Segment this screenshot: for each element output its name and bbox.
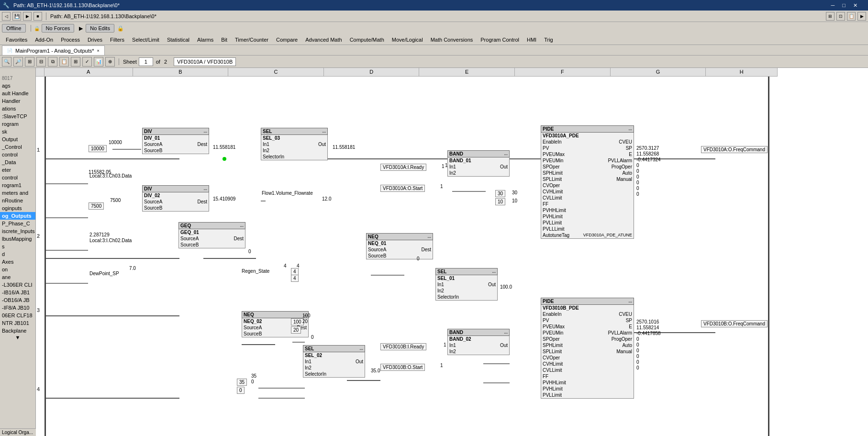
status-offline[interactable]: Offline — [2, 24, 26, 33]
back-button[interactable]: ◁ — [2, 12, 11, 21]
sidebar-item-nroutine[interactable]: nRoutine — [0, 197, 35, 204]
sidebar-item-d[interactable]: d — [0, 250, 35, 258]
sidebar-item-rogram[interactable]: rogram — [0, 120, 35, 128]
stop-button[interactable]: ■ — [33, 12, 42, 21]
scroll-down-btn[interactable]: ▼ — [0, 335, 35, 340]
sidebar-item-ags[interactable]: ags — [0, 82, 35, 89]
menu-item-progcontrol[interactable]: Program Control — [477, 36, 523, 44]
sidebar-item-ane[interactable]: ane — [0, 273, 35, 281]
sidebar-item-oginputs[interactable]: oginputs — [0, 204, 35, 212]
neq01-block[interactable]: NEQ ... NEQ_01 SourceA Dest SourceB — [366, 233, 433, 259]
menu-item-favorites[interactable]: Favorites — [2, 36, 31, 44]
band01-expand[interactable]: ... — [504, 151, 508, 157]
sidebar-item-og-outputs[interactable]: og_Outputs — [0, 212, 35, 220]
sidebar-item-on[interactable]: on — [0, 266, 35, 273]
sidebar-item-ib16[interactable]: -IB16/A JB1 — [0, 289, 35, 296]
sidebar-item-eter[interactable]: eter — [0, 166, 35, 174]
sidebar-item-ntr[interactable]: NTR JB101 — [0, 319, 35, 327]
zoom-in-btn[interactable]: 🔍 — [2, 57, 11, 67]
sidebar-item-if8[interactable]: -IF8/A JB10 — [0, 304, 35, 312]
play-icon[interactable]: ▶ — [77, 24, 85, 33]
pide-b-block[interactable]: PIDE ... VFD3010B_PDE EnableInCVEU PVSP … — [541, 298, 634, 399]
next-rung-btn[interactable]: ⊟ — [36, 57, 46, 67]
save-button[interactable]: 💾 — [12, 12, 21, 21]
sheet-number-input[interactable] — [139, 57, 153, 66]
copy-btn[interactable]: ⧉ — [48, 57, 57, 67]
sidebar-item-sk[interactable]: sk — [0, 128, 35, 135]
pide-a-block[interactable]: PIDE ... VFD3010A_PDE EnableInCVEU PVSP … — [541, 125, 634, 239]
menu-item-addon[interactable]: Add-On — [31, 36, 57, 44]
minimize-icon[interactable]: ─ — [831, 2, 835, 9]
sidebar-item-backplane[interactable]: Backplane — [0, 327, 35, 335]
paste-btn[interactable]: 📋 — [59, 57, 69, 67]
verify-btn[interactable]: ✓ — [82, 57, 92, 67]
menu-item-movelogical[interactable]: Move/Logical — [388, 36, 427, 44]
close-icon[interactable]: ✕ — [853, 2, 857, 9]
pide-a-expand[interactable]: ... — [628, 126, 632, 132]
sidebar-item-ob16[interactable]: -OB16/A JB — [0, 296, 35, 304]
menu-item-compare[interactable]: Compare — [272, 36, 301, 44]
menu-item-process[interactable]: Process — [57, 36, 84, 44]
expand-arrow[interactable]: ▶ — [857, 12, 866, 21]
prev-rung-btn[interactable]: ⊞ — [25, 57, 34, 67]
tab-close-btn[interactable]: × — [97, 48, 99, 53]
sidebar-item-control2[interactable]: control — [0, 151, 35, 158]
run-button[interactable]: ▶ — [23, 12, 32, 21]
sidebar-item-control3[interactable]: control — [0, 174, 35, 181]
sidebar-item-s[interactable]: s — [0, 243, 35, 250]
sidebar-item-control[interactable]: _Control — [0, 143, 35, 151]
menu-item-hmi[interactable]: HMI — [523, 36, 540, 44]
geq01-expand[interactable]: ... — [240, 223, 244, 228]
div02-block[interactable]: DIV ... DIV_02 SourceA Dest SourceB — [142, 185, 209, 212]
sidebar-item-axes[interactable]: Axes — [0, 258, 35, 266]
menu-item-computemath[interactable]: Compute/Math — [346, 36, 388, 44]
band02-expand[interactable]: ... — [504, 330, 508, 335]
geq01-block[interactable]: GEQ ... GEQ_01 SourceA Dest SourceB — [178, 222, 245, 248]
maximize-icon[interactable]: □ — [842, 2, 846, 9]
menu-item-bit[interactable]: Bit — [217, 36, 231, 44]
div02-expand[interactable]: ... — [203, 186, 207, 191]
sel01-expand[interactable]: ... — [492, 269, 496, 274]
menu-item-selectlimit[interactable]: Select/Limit — [128, 36, 163, 44]
band02-block[interactable]: BAND ... BAND_02 In1 Out In2 — [447, 329, 510, 355]
sel01-block[interactable]: SEL ... SEL_01 In1 Out In2 SelectorIn — [435, 268, 498, 301]
menu-item-filters[interactable]: Filters — [106, 36, 128, 44]
grid-btn[interactable]: ⊞ — [71, 57, 80, 67]
zoom-out-btn[interactable]: 🔎 — [13, 57, 23, 67]
tool-btn2[interactable]: ⊡ — [836, 12, 845, 21]
menu-item-statistical[interactable]: Statistical — [163, 36, 193, 44]
div01-expand[interactable]: ... — [203, 129, 207, 134]
expand-btn[interactable]: ⊕ — [105, 57, 115, 67]
menu-item-timercounter[interactable]: Timer/Counter — [231, 36, 272, 44]
menu-item-trig[interactable]: Trig — [540, 36, 557, 44]
menu-item-advmath[interactable]: Advanced Math — [301, 36, 345, 44]
sidebar-item-lbus[interactable]: lbusMapping — [0, 235, 35, 243]
main-tab[interactable]: 📄 MainProgram1 - Analog_Outputs* × — [2, 45, 105, 55]
tool-btn3[interactable]: 📋 — [847, 12, 856, 21]
contact-vfd3010a-ready[interactable]: VFD3010A:I.Ready — [380, 164, 426, 171]
status-edits[interactable]: No Edits — [86, 24, 114, 33]
sidebar-item-handler[interactable]: Handler — [0, 97, 35, 105]
sel02-expand[interactable]: ... — [359, 346, 363, 351]
sidebar-item-output[interactable]: Output — [0, 135, 35, 143]
sidebar-item-discrete[interactable]: iscrete_Inputs — [0, 227, 35, 235]
tool-btn1[interactable]: ⊞ — [826, 12, 835, 21]
sidebar-item-data[interactable]: _Data — [0, 158, 35, 166]
sidebar-item-meters[interactable]: meters and — [0, 189, 35, 197]
sel03-block[interactable]: SEL ... SEL_03 In1 Out In2 SelectorIn — [261, 128, 328, 160]
menu-item-mathconv[interactable]: Math Conversions — [427, 36, 477, 44]
sidebar-item-06er[interactable]: 06ER CLF18 — [0, 312, 35, 319]
band01-block[interactable]: BAND ... BAND_01 In1 Out In2 — [447, 150, 510, 177]
status-forces[interactable]: No Forces — [42, 24, 75, 33]
monitor-btn[interactable]: 📊 — [94, 57, 103, 67]
div01-block[interactable]: DIV ... DIV_01 SourceA Dest SourceB — [142, 128, 209, 154]
sidebar-item-l306er[interactable]: -L306ER CLI — [0, 281, 35, 289]
contact-vfd3010b-start[interactable]: VFD3010B:O.Start — [380, 364, 425, 371]
pide-b-expand[interactable]: ... — [628, 299, 632, 304]
contact-vfd3010b-ready[interactable]: VFD3010B:I.Ready — [380, 343, 426, 350]
sel03-expand[interactable]: ... — [322, 129, 326, 134]
sidebar-item-p-phase[interactable]: P_Phase_C — [0, 220, 35, 227]
sidebar-item-ault-handle[interactable]: ault Handle — [0, 89, 35, 97]
sidebar-item-ations[interactable]: ations — [0, 105, 35, 112]
sidebar-item-rogram1[interactable]: rogram1 — [0, 181, 35, 189]
